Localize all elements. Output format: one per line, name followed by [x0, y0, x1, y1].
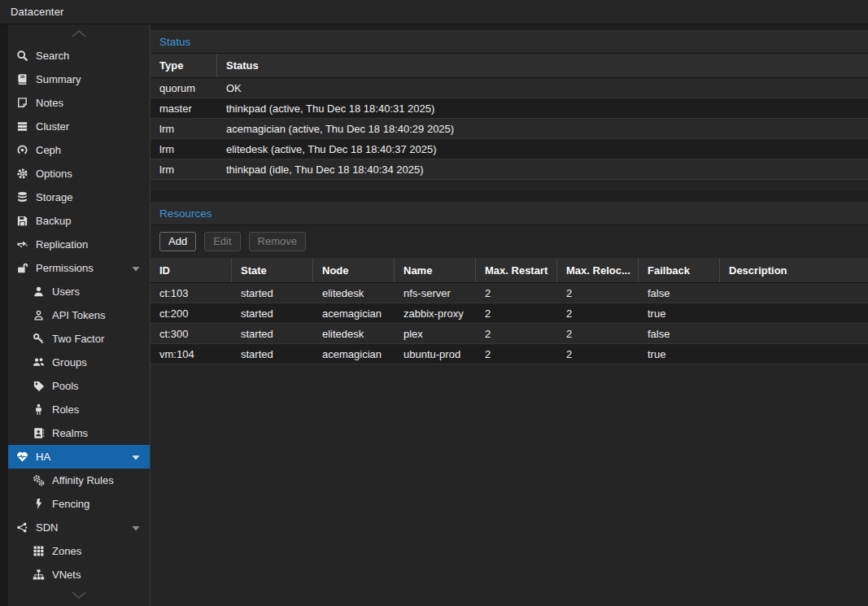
sidebar-item-label: Zones	[52, 545, 150, 557]
sidebar-item-roles[interactable]: Roles	[8, 398, 150, 421]
sidebar-item-cluster[interactable]: Cluster	[8, 115, 150, 138]
main-panel: Status TypeStatus quorumOKmasterthinkpad…	[150, 24, 868, 606]
sidebar-item-label: Options	[36, 168, 150, 180]
resources-column-description[interactable]: Description	[720, 258, 868, 282]
sidebar-item-realms[interactable]: Realms	[8, 421, 150, 445]
gear-icon	[15, 168, 29, 180]
sidebar-item-affinity-rules[interactable]: Affinity Rules	[8, 469, 150, 492]
unlock-icon	[15, 262, 29, 274]
resources-cell-description	[720, 324, 868, 343]
cluster-icon	[15, 120, 29, 133]
resources-row[interactable]: ct:103startedelitedesknfs-server22false	[150, 283, 868, 303]
sdn-icon	[15, 521, 29, 534]
tree-scroll-down[interactable]	[8, 586, 150, 606]
sidebar-item-users[interactable]: Users	[8, 280, 150, 303]
sidebar-item-vnets[interactable]: VNets	[8, 563, 150, 586]
sidebar-item-search[interactable]: Search	[8, 44, 150, 68]
tree-items: SearchSummaryNotesClusterCephOptionsStor…	[8, 44, 150, 586]
main-empty-area	[150, 364, 868, 606]
resources-cell-node: elitedesk	[313, 324, 395, 343]
sidebar-item-zones[interactable]: Zones	[8, 539, 150, 563]
resources-cell-state: started	[232, 344, 313, 364]
sidebar-item-label: Roles	[52, 403, 150, 416]
resources-column-node[interactable]: Node	[313, 258, 395, 282]
person-icon	[32, 403, 46, 416]
add-button[interactable]: Add	[159, 232, 196, 251]
sidebar-item-replication[interactable]: Replication	[8, 233, 150, 256]
resources-cell-id: ct:103	[150, 283, 232, 303]
status-row[interactable]: quorumOK	[150, 78, 868, 98]
resources-cell-state: started	[232, 283, 313, 303]
sidebar-item-options[interactable]: Options	[8, 162, 150, 185]
resources-column-state[interactable]: State	[232, 258, 313, 282]
status-row[interactable]: masterthinkpad (active, Thu Dec 18 18:40…	[150, 98, 868, 119]
resources-cell-description	[720, 303, 868, 323]
resources-column-max-restart[interactable]: Max. Restart	[476, 258, 557, 282]
resources-cell-max-restart: 2	[476, 344, 557, 364]
status-cell-type: lrm	[150, 159, 217, 179]
resources-cell-node: elitedesk	[313, 283, 395, 303]
sidebar-item-permissions[interactable]: Permissions	[8, 256, 150, 280]
resources-row[interactable]: vm:104startedacemagicianubuntu-prod22tru…	[150, 344, 868, 364]
status-cell-status: acemagician (active, Thu Dec 18 18:40:29…	[217, 119, 868, 138]
sidebar-item-label: API Tokens	[52, 309, 150, 321]
sidebar-item-two-factor[interactable]: Two Factor	[8, 327, 150, 351]
sidebar-item-label: Pools	[52, 380, 150, 392]
sidebar-item-label: Users	[52, 286, 150, 298]
resources-column-max-reloc-[interactable]: Max. Reloc...	[557, 258, 639, 282]
caret-down-icon[interactable]	[130, 523, 143, 533]
sidebar-item-label: Realms	[52, 427, 150, 439]
status-row[interactable]: lrmelitedesk (active, Thu Dec 18 18:40:3…	[150, 139, 868, 159]
resources-table-header: IDStateNodeNameMax. RestartMax. Reloc...…	[150, 258, 868, 283]
sidebar-item-label: VNets	[52, 569, 150, 581]
resources-cell-description	[720, 283, 868, 303]
resources-row[interactable]: ct:200startedacemagicianzabbix-proxy22tr…	[150, 303, 868, 324]
bolt-icon	[32, 498, 46, 510]
edit-button: Edit	[204, 232, 240, 251]
resources-cell-state: started	[232, 324, 313, 343]
sidebar-item-ceph[interactable]: Ceph	[8, 138, 150, 162]
status-column-status[interactable]: Status	[217, 54, 868, 77]
users-icon	[32, 356, 46, 368]
resources-cell-id: vm:104	[150, 344, 232, 364]
sidebar-item-api-tokens[interactable]: API Tokens	[8, 303, 150, 327]
resources-toolbar: Add Edit Remove	[150, 225, 868, 258]
sidebar-item-fencing[interactable]: Fencing	[8, 492, 150, 516]
status-column-type[interactable]: Type	[150, 54, 217, 77]
resources-row[interactable]: ct:300startedelitedeskplex22false	[150, 324, 868, 344]
sidebar-item-label: Cluster	[36, 120, 150, 133]
page-title: Datacenter	[11, 6, 64, 18]
status-cell-type: quorum	[150, 78, 217, 98]
sidebar-item-storage[interactable]: Storage	[8, 185, 150, 209]
resources-column-name[interactable]: Name	[395, 258, 476, 282]
resources-section: Resources Add Edit Remove IDStateNodeNam…	[150, 202, 868, 364]
resources-cell-failback: false	[639, 324, 720, 343]
sidebar-item-notes[interactable]: Notes	[8, 91, 150, 115]
caret-down-icon[interactable]	[130, 264, 143, 273]
sidebar-item-sdn[interactable]: SDN	[8, 516, 150, 539]
panel-gap	[150, 191, 868, 202]
status-row[interactable]: lrmthinkpad (idle, Thu Dec 18 18:40:34 2…	[150, 159, 868, 180]
resources-table-body: ct:103startedelitedesknfs-server22falsec…	[150, 283, 868, 364]
sidebar-item-label: Two Factor	[52, 333, 150, 345]
database-icon	[15, 191, 29, 203]
sidebar-item-ha[interactable]: HA	[8, 445, 150, 469]
sidebar-item-label: Affinity Rules	[52, 474, 150, 486]
sidebar-item-summary[interactable]: Summary	[8, 68, 150, 91]
resources-column-id[interactable]: ID	[150, 258, 232, 282]
resources-cell-state: started	[232, 303, 313, 323]
sidebar-item-groups[interactable]: Groups	[8, 351, 150, 374]
caret-down-icon[interactable]	[130, 452, 143, 462]
sidebar-item-backup[interactable]: Backup	[8, 209, 150, 233]
sidebar-item-label: Permissions	[36, 262, 130, 274]
sidebar-item-pools[interactable]: Pools	[8, 374, 150, 398]
sidebar-item-label: SDN	[36, 521, 130, 534]
status-cell-status: thinkpad (active, Thu Dec 18 18:40:31 20…	[217, 98, 868, 118]
tree-scroll-up[interactable]	[8, 24, 150, 44]
resources-column-failback[interactable]: Failback	[639, 258, 720, 282]
status-cell-type: lrm	[150, 119, 217, 138]
grid-icon	[32, 545, 46, 557]
status-row[interactable]: lrmacemagician (active, Thu Dec 18 18:40…	[150, 119, 868, 139]
sidebar-item-label: Search	[36, 50, 150, 62]
gears-icon	[32, 474, 46, 486]
